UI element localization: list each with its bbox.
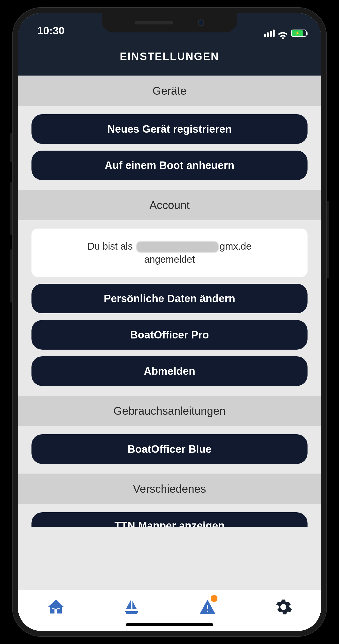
phone-frame: 10:30 ⚡ EINSTELLUNGEN bbox=[12, 7, 327, 637]
loggedin-suffix: angemeldet bbox=[144, 254, 195, 264]
mute-switch bbox=[10, 133, 12, 162]
page-title: EINSTELLUNGEN bbox=[18, 40, 321, 76]
stage: 10:30 ⚡ EINSTELLUNGEN bbox=[0, 0, 339, 644]
speaker-grille bbox=[135, 21, 173, 24]
nav-boat[interactable] bbox=[121, 596, 142, 618]
volume-up-button bbox=[10, 182, 12, 235]
section-body-account: Du bist als gmx.de angemeldet Persönlich… bbox=[18, 220, 321, 396]
wifi-icon bbox=[278, 30, 288, 37]
settings-content[interactable]: Geräte Neues Gerät registrieren Auf eine… bbox=[18, 76, 321, 590]
status-indicators: ⚡ bbox=[264, 30, 306, 37]
section-title-manuals: Gebrauchsanleitungen bbox=[18, 396, 321, 426]
section-body-manuals: BoatOfficer Blue bbox=[18, 426, 321, 474]
home-indicator[interactable] bbox=[126, 623, 213, 626]
ttn-mapper-button[interactable]: TTN Mapper anzeigen bbox=[32, 512, 308, 527]
notch bbox=[102, 13, 237, 32]
section-body-misc: TTN Mapper anzeigen bbox=[18, 504, 321, 527]
power-button bbox=[327, 201, 329, 278]
manual-boatofficer-blue-button[interactable]: BoatOfficer Blue bbox=[32, 434, 308, 464]
section-title-misc: Verschiedenes bbox=[18, 474, 321, 504]
battery-charging-icon: ⚡ bbox=[291, 30, 306, 37]
account-info-card: Du bist als gmx.de angemeldet bbox=[32, 228, 308, 277]
screen: 10:30 ⚡ EINSTELLUNGEN bbox=[18, 13, 321, 631]
nav-settings[interactable] bbox=[272, 596, 294, 618]
sign-on-boat-button[interactable]: Auf einem Boot anheuern bbox=[32, 150, 308, 180]
alert-badge-icon bbox=[211, 595, 218, 602]
section-title-devices: Geräte bbox=[18, 76, 321, 106]
front-camera bbox=[198, 19, 204, 26]
edit-personal-data-button[interactable]: Persönliche Daten ändern bbox=[32, 284, 308, 313]
home-icon bbox=[47, 598, 65, 616]
cellular-signal-icon bbox=[264, 30, 274, 37]
logout-button[interactable]: Abmelden bbox=[32, 356, 308, 386]
gear-icon bbox=[274, 598, 292, 616]
loggedin-email-suffix: gmx.de bbox=[220, 241, 251, 252]
sailboat-icon bbox=[123, 598, 140, 616]
ttn-mapper-button-partial[interactable]: TTN Mapper anzeigen bbox=[32, 512, 308, 527]
register-device-button[interactable]: Neues Gerät registrieren bbox=[32, 114, 308, 144]
nav-home[interactable] bbox=[45, 596, 67, 618]
volume-down-button bbox=[10, 249, 12, 303]
loggedin-prefix: Du bist als bbox=[88, 241, 133, 252]
section-title-account: Account bbox=[18, 190, 321, 220]
section-body-devices: Neues Gerät registrieren Auf einem Boot … bbox=[18, 106, 321, 190]
status-time: 10:30 bbox=[37, 25, 65, 37]
boatofficer-pro-button[interactable]: BoatOfficer Pro bbox=[32, 320, 308, 350]
nav-alerts[interactable] bbox=[196, 596, 218, 618]
redacted-email bbox=[136, 242, 219, 252]
